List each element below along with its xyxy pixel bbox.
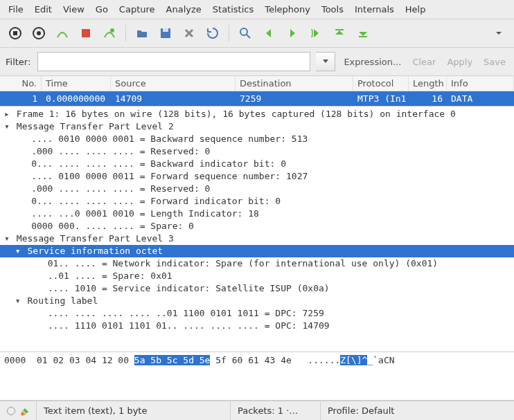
tree-field[interactable]: .... 0010 0000 0001 = Backward sequence … [0,133,514,145]
menu-file[interactable]: File [3,1,29,17]
svg-point-3 [37,31,41,35]
svg-rect-9 [335,29,344,30]
svg-rect-10 [359,36,367,37]
hex-ascii: _`aCN [367,355,394,365]
menu-edit[interactable]: Edit [29,1,57,17]
save-icon[interactable] [156,24,175,43]
hex-view[interactable]: 0000 01 02 03 04 12 00 5a 5b 5c 5d 5e 5f… [0,352,514,401]
tree-field[interactable]: 0000 000. .... .... = Spare: 0 [0,220,514,232]
col-header-time[interactable]: Time [42,76,111,91]
tree-field[interactable]: .... 1110 0101 1101 01.. .... .... .... … [0,320,514,332]
hex-bytes: 01 02 03 04 12 00 [37,355,134,365]
cell-protocol: MTP3 (In1 [353,91,409,106]
go-last-icon[interactable] [353,24,373,43]
start-capture-icon[interactable] [53,24,72,43]
filter-dropdown-icon[interactable] [316,52,335,71]
go-to-icon[interactable] [306,24,326,43]
options-icon[interactable] [29,24,48,43]
svg-point-5 [110,28,114,33]
svg-rect-1 [13,31,17,35]
svg-point-8 [240,28,247,35]
filter-label: Filter: [6,57,32,67]
tree-mtp3[interactable]: ▾ Message Transfer Part Level 3 [0,232,514,245]
reload-icon[interactable] [203,24,222,43]
tree-field[interactable]: .... 0100 0000 0011 = Forward sequence n… [0,170,514,183]
packet-list: No. Time Source Destination Protocol Len… [0,76,514,107]
menu-view[interactable]: View [57,1,90,17]
toolbar-separator [125,25,126,42]
packet-row[interactable]: 1 0.000000000 14709 7259 MTP3 (In1 16 DA… [0,91,514,106]
restart-capture-icon[interactable] [100,24,119,43]
open-icon[interactable] [132,24,152,43]
menu-go[interactable]: Go [90,1,114,17]
menu-analyze[interactable]: Analyze [161,1,207,17]
menu-internals[interactable]: Internals [349,1,400,17]
tree-mtp2[interactable]: ▾ Message Transfer Part Level 2 [0,120,514,133]
svg-rect-4 [82,29,90,37]
tree-frame[interactable]: ▸ Frame 1: 16 bytes on wire (128 bits), … [0,108,514,120]
tree-field[interactable]: 01.. .... = Network indicator: Spare (fo… [0,257,514,270]
tree-field[interactable]: .... 1010 = Service indicator: Satellite… [0,282,514,295]
cell-time: 0.000000000 [42,91,111,106]
find-icon[interactable] [236,24,255,43]
tree-field[interactable]: ..01 .... = Spare: 0x01 [0,270,514,282]
status-packets: Packets: 1 ·… [231,401,321,420]
menubar: File Edit View Go Capture Analyze Statis… [0,0,514,19]
go-forward-icon[interactable] [283,24,302,43]
hex-offset: 0000 [4,355,26,365]
hex-ascii: ...... [308,355,340,365]
tree-field[interactable]: .000 .... .... .... = Reserved: 0 [0,145,514,158]
menu-statistics[interactable]: Statistics [207,1,259,17]
close-icon[interactable] [179,24,199,43]
status-bar: Text item (text), 1 byte Packets: 1 ·… P… [0,401,514,420]
cell-source: 14709 [111,91,236,106]
status-profile[interactable]: Profile: Default [321,401,514,420]
tree-field[interactable]: .... ...0 0001 0010 = Length Indicator: … [0,208,514,220]
save-filter-button[interactable]: Save [481,57,508,67]
interfaces-icon[interactable] [6,24,25,43]
hex-ascii-selected: Z[\]^ [340,355,367,365]
clear-button[interactable]: Clear [409,57,438,67]
packet-list-header: No. Time Source Destination Protocol Len… [0,76,514,91]
stop-capture-icon[interactable] [76,24,96,43]
tree-field[interactable]: 0... .... .... .... = Forward indicator … [0,195,514,208]
tree-field[interactable]: .000 .... .... .... = Reserved: 0 [0,183,514,195]
hex-bytes-selected: 5a 5b 5c 5d 5e [134,355,211,365]
toolbar [0,19,514,48]
col-header-source[interactable]: Source [111,76,236,91]
svg-rect-7 [163,28,168,32]
tree-sio[interactable]: ▾ Service information octet [0,245,514,257]
col-header-info[interactable]: Info [447,76,514,91]
menu-help[interactable]: Help [400,1,432,17]
expert-info-icon[interactable] [7,407,15,415]
col-header-length[interactable]: Length [409,76,447,91]
filter-bar: Filter: Expression... Clear Apply Save [0,48,514,76]
cell-destination: 7259 [236,91,353,106]
cell-info: DATA [447,91,514,106]
expression-button[interactable]: Expression... [341,57,404,67]
go-back-icon[interactable] [259,24,278,43]
go-first-icon[interactable] [330,24,349,43]
col-header-destination[interactable]: Destination [236,76,353,91]
filter-input[interactable] [37,52,310,71]
packet-details[interactable]: ▸ Frame 1: 16 bytes on wire (128 bits), … [0,107,514,352]
hex-bytes: 5f 60 61 43 4e [210,355,308,365]
menu-capture[interactable]: Capture [114,1,161,17]
status-text: Text item (text), 1 byte [37,401,231,420]
menu-tools[interactable]: Tools [316,1,349,17]
cell-length: 16 [409,91,447,106]
cell-no: 1 [0,91,42,106]
overflow-icon[interactable] [489,24,508,43]
edit-icon[interactable] [19,406,29,416]
toolbar-separator [229,25,229,42]
col-header-protocol[interactable]: Protocol [353,76,409,91]
tree-field[interactable]: .... .... .... .... ..01 1100 0101 1011 … [0,307,514,320]
col-header-no[interactable]: No. [0,76,42,91]
tree-routing[interactable]: ▾ Routing label [0,295,514,307]
apply-button[interactable]: Apply [444,57,475,67]
menu-telephony[interactable]: Telephony [259,1,316,17]
tree-field[interactable]: 0... .... .... .... = Backward indicator… [0,158,514,170]
